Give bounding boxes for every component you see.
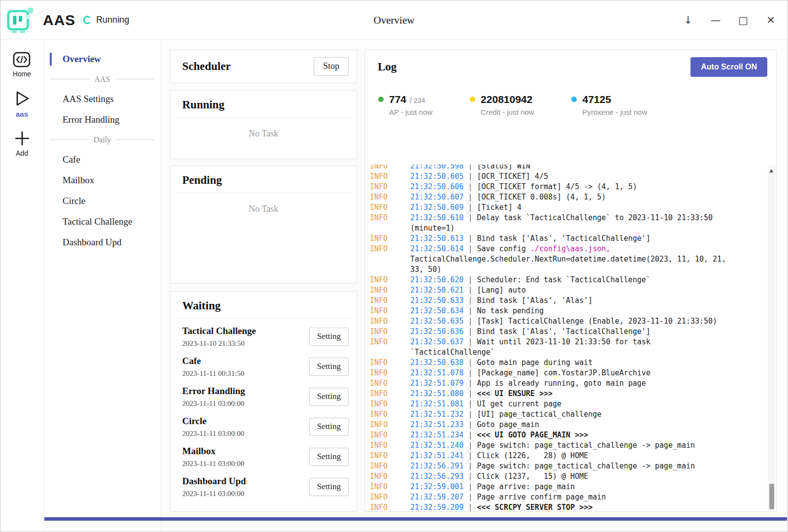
task-setting-button[interactable]: Setting: [309, 448, 349, 466]
pending-card: Pending No Task: [170, 166, 357, 284]
log-timestamp: 21:32:50.609: [410, 203, 463, 212]
log-separator: |: [463, 244, 477, 253]
log-level: INFO: [370, 233, 410, 244]
running-title: Running: [182, 99, 225, 111]
log-line: INFO21:32:56.291 | Page switch: page_tac…: [370, 461, 766, 471]
menu-item-mailbox[interactable]: Mailbox: [44, 170, 161, 191]
task-name: Cafe: [182, 356, 244, 366]
log-message: 21:32:51.233 | Goto page_main: [410, 420, 739, 430]
log-level: INFO: [370, 389, 410, 399]
log-text: Bind task ['Alas', 'TacticalChallenge']: [477, 327, 650, 336]
log-separator: |: [463, 358, 477, 367]
log-text: Page arrive confirm page_main: [477, 493, 606, 501]
log-message: 21:32:50.638 | Goto main page during wai…: [410, 358, 739, 368]
log-separator: |: [463, 327, 477, 336]
menu-item-cafe[interactable]: Cafe: [44, 149, 161, 170]
icon-rail: Home aas Add: [0, 40, 44, 532]
rail-label-add: Add: [16, 149, 28, 157]
log-message: 21:32:50.620 | Scheduler: End task `Tact…: [410, 275, 739, 285]
task-info: Tactical Challenge2023-11-10 21:33:50: [182, 326, 256, 348]
log-header: Log Auto Scroll ON: [365, 50, 776, 84]
log-message: 21:32:50.634 | No task pending: [410, 306, 739, 316]
scrollbar-thumb[interactable]: [769, 484, 774, 509]
rail-item-add[interactable]: Add: [14, 130, 31, 157]
task-setting-button[interactable]: Setting: [309, 388, 349, 406]
rail-item-home[interactable]: Home: [13, 52, 31, 78]
log-message: 21:32:59.001 | Page arrive: page_main: [410, 482, 739, 492]
log-message: 21:32:50.613 | Bind task ['Alas', 'Tacti…: [410, 233, 739, 244]
log-separator: |: [463, 431, 477, 439]
task-setting-button[interactable]: Setting: [309, 418, 349, 436]
task-setting-button[interactable]: Setting: [309, 328, 349, 346]
log-text: [Package_name] com.YostarJP.BlueArchive: [477, 368, 650, 377]
log-scrollbar[interactable]: [768, 166, 775, 510]
log-text: UI get current page: [477, 399, 561, 408]
log-line: INFO21:32:50.634 | No task pending: [370, 306, 766, 316]
log-level: INFO: [370, 451, 410, 461]
main-content: Scheduler Stop Running No Task Pending N…: [161, 40, 788, 532]
minimize-button[interactable]: —: [704, 9, 727, 32]
log-timestamp: 21:32:59.001: [410, 482, 463, 491]
scheduler-stop-button[interactable]: Stop: [314, 57, 349, 76]
menu-item-aas-settings[interactable]: AAS Settings: [44, 89, 161, 109]
metric-pyroxene: 47125Pyroxene - just now: [571, 94, 647, 116]
log-timestamp: 21:32:50.634: [410, 306, 463, 315]
menu-item-circle[interactable]: Circle: [44, 191, 161, 211]
log-viewport[interactable]: INFO21:32:50.598 | [Status] WININFO21:32…: [365, 165, 776, 511]
metric-body: 774/ 234AP - just now: [389, 94, 432, 116]
close-button[interactable]: ✕: [759, 9, 783, 32]
log-level: INFO: [370, 165, 410, 171]
menu-item-tactical-challenge[interactable]: Tactical Challenge: [44, 211, 161, 232]
log-line: INFO21:32:50.607 | [OCR_TICKET 0.008s] (…: [370, 192, 766, 202]
log-timestamp: 21:32:51.240: [410, 441, 463, 450]
log-level: INFO: [370, 482, 410, 492]
log-text: [OCR_TICKET format] 4/5 -> (4, 1, 5): [477, 182, 637, 191]
maximize-button[interactable]: □: [731, 9, 755, 32]
menu-item-dashboard-upd[interactable]: Dashboard Upd: [44, 232, 161, 253]
log-timestamp: 21:32:50.635: [410, 317, 463, 326]
metric-value: 774: [389, 94, 406, 105]
rail-label-home: Home: [13, 70, 31, 78]
log-level: INFO: [370, 337, 410, 358]
task-name: Error Handling: [182, 386, 245, 397]
pending-title: Pending: [182, 174, 222, 186]
log-metrics: 774/ 234AP - just now220810942Credit - j…: [365, 84, 776, 165]
log-timestamp: 21:32:51.078: [410, 368, 463, 377]
divider: [176, 193, 351, 193]
scroll-up-arrow-icon[interactable]: [769, 169, 773, 172]
task-setting-button[interactable]: Setting: [309, 358, 349, 376]
log-timestamp: 21:32:50.614: [410, 244, 463, 253]
rail-item-aas[interactable]: aas: [14, 90, 31, 118]
task-info: Mailbox2023-11-11 03:00:00: [182, 446, 244, 468]
log-separator: |: [463, 172, 477, 181]
log-text: Page arrive: page_main: [477, 482, 575, 491]
log-separator: |: [463, 306, 477, 315]
menu-item-overview[interactable]: Overview: [44, 49, 161, 69]
log-text: Goto page_main: [477, 420, 539, 429]
log-line: INFO21:32:50.610 | Delay task `TacticalC…: [370, 213, 766, 233]
log-timestamp: 21:32:51.232: [410, 410, 463, 419]
log-separator: |: [463, 286, 477, 295]
task-setting-button[interactable]: Setting: [309, 478, 349, 496]
log-text: <<< UI ENSURE >>>: [477, 389, 553, 398]
menu-item-error-handling[interactable]: Error Handling: [44, 109, 161, 130]
task-next-run-time: 2023-11-11 00:31:50: [182, 369, 244, 378]
download-button[interactable]: ↓: [676, 9, 700, 32]
task-column: Scheduler Stop Running No Task Pending N…: [170, 50, 357, 512]
task-next-run-time: 2023-11-11 03:00:00: [182, 399, 245, 408]
log-message: 21:32:51.079 | App is already running, g…: [410, 378, 739, 389]
log-timestamp: 21:32:50.605: [410, 172, 463, 181]
log-level: INFO: [370, 368, 410, 378]
metric-value-row: 47125: [582, 94, 647, 105]
auto-scroll-toggle[interactable]: Auto Scroll ON: [690, 57, 767, 77]
log-timestamp: 21:32:50.620: [410, 275, 463, 284]
log-timestamp: 21:32:51.233: [410, 420, 463, 429]
log-text: [OCR_TICKET] 4/5: [477, 172, 548, 181]
log-timestamp: 21:32:50.607: [410, 193, 463, 201]
log-line: INFO21:32:50.614 | Save config ./config\…: [370, 244, 766, 275]
log-separator: |: [463, 182, 477, 191]
log-timestamp: 21:32:50.633: [410, 296, 463, 305]
log-level: INFO: [370, 502, 410, 511]
waiting-task-row: Tactical Challenge2023-11-10 21:33:50Set…: [182, 322, 349, 352]
metric-body: 47125Pyroxene - just now: [582, 94, 647, 116]
